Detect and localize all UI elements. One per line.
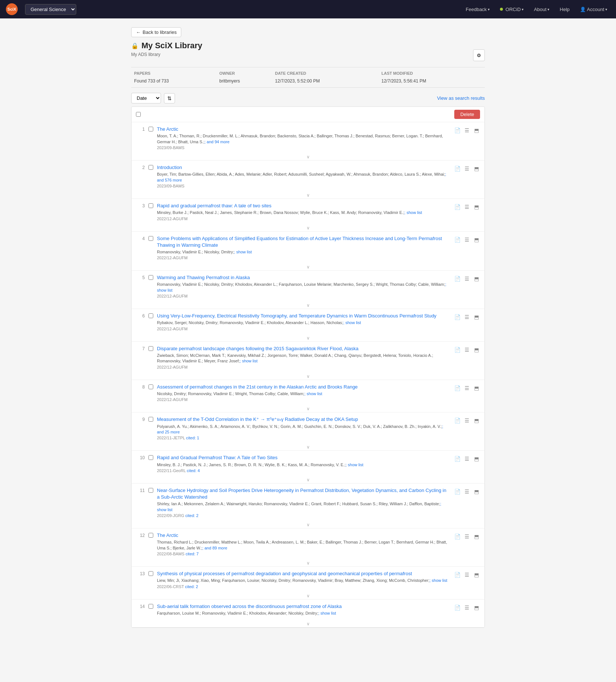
paper-title[interactable]: Rapid and Gradual Permafrost Thaw: A Tal… — [157, 455, 277, 460]
show-more-link[interactable]: ; show list — [157, 282, 446, 292]
pdf-icon[interactable]: 📄 — [454, 533, 461, 540]
export-icon[interactable]: ⬒ — [473, 346, 480, 354]
discipline-selector[interactable]: General Science Astrophysics Physics — [25, 4, 76, 15]
show-more-link[interactable]: ; show list — [304, 391, 322, 396]
list-icon[interactable]: ☰ — [463, 604, 470, 611]
select-all-checkbox[interactable] — [136, 112, 141, 117]
export-icon[interactable]: ⬒ — [473, 417, 480, 424]
expand-row[interactable]: ∨ — [132, 302, 484, 309]
list-icon[interactable]: ☰ — [463, 313, 470, 321]
export-icon[interactable]: ⬒ — [473, 313, 480, 321]
paper-title[interactable]: Disparate permafrost landscape changes f… — [157, 346, 358, 351]
expand-row[interactable]: ∨ — [132, 264, 484, 270]
show-more-link[interactable]: ; show list — [430, 578, 447, 583]
list-icon[interactable]: ☰ — [463, 533, 470, 540]
account-link[interactable]: 👤 Account ▾ — [577, 7, 610, 12]
list-icon[interactable]: ☰ — [463, 455, 470, 463]
expand-row[interactable]: ∨ — [132, 560, 484, 566]
paper-title[interactable]: Measurement of the T-Odd Correlation in … — [157, 416, 358, 422]
expand-row[interactable]: ∨ — [132, 621, 484, 627]
show-more-link[interactable]: ; show list — [240, 359, 258, 363]
help-link[interactable]: Help — [557, 7, 573, 12]
show-more-link[interactable]: ; show list — [346, 463, 363, 467]
paper-checkbox[interactable] — [148, 455, 153, 460]
list-icon[interactable]: ☰ — [463, 236, 470, 243]
show-more-link[interactable]: ; show list — [157, 502, 441, 512]
expand-row[interactable]: ∨ — [132, 444, 484, 450]
paper-checkbox[interactable] — [148, 604, 153, 609]
paper-checkbox[interactable] — [148, 165, 153, 170]
expand-row[interactable]: ∨ — [132, 192, 484, 198]
paper-title[interactable]: Some Problems with Applications of Simpl… — [157, 236, 442, 248]
paper-checkbox[interactable] — [148, 346, 153, 351]
sort-order-button[interactable]: ⇅ — [164, 93, 175, 103]
pdf-icon[interactable]: 📄 — [454, 488, 461, 495]
pdf-icon[interactable]: 📄 — [454, 275, 461, 282]
expand-row[interactable]: ∨ — [132, 405, 484, 412]
paper-title[interactable]: Sub-aerial talik formation observed acro… — [157, 604, 342, 609]
pdf-icon[interactable]: 📄 — [454, 384, 461, 392]
show-more-link[interactable]: ; show list — [343, 320, 361, 325]
show-more-link[interactable]: ; show list — [404, 210, 422, 215]
show-more-link[interactable]: ; show list — [234, 250, 252, 254]
list-icon[interactable]: ☰ — [463, 275, 470, 282]
paper-checkbox[interactable] — [148, 203, 153, 208]
pdf-icon[interactable]: 📄 — [454, 203, 461, 211]
show-more-link[interactable]: ; and 94 more — [204, 140, 230, 144]
paper-checkbox[interactable] — [148, 571, 153, 576]
export-icon[interactable]: ⬒ — [473, 533, 480, 540]
paper-title[interactable]: Assessment of permafrost changes in the … — [157, 384, 358, 390]
export-icon[interactable]: ⬒ — [473, 604, 480, 611]
sort-selector[interactable]: Date Author Title — [131, 93, 161, 103]
export-icon[interactable]: ⬒ — [473, 455, 480, 463]
expand-row[interactable]: ∨ — [132, 477, 484, 483]
show-more-link[interactable]: ; show list — [318, 611, 336, 615]
paper-checkbox[interactable] — [148, 127, 153, 131]
show-more-link[interactable]: ; and 89 more — [202, 546, 227, 550]
list-icon[interactable]: ☰ — [463, 203, 470, 211]
export-icon[interactable]: ⬒ — [473, 203, 480, 211]
back-to-libraries-button[interactable]: ← Back to libraries — [131, 27, 181, 37]
paper-title[interactable]: Near-Surface Hydrology and Soil Properti… — [157, 488, 446, 500]
paper-checkbox[interactable] — [148, 417, 153, 422]
pdf-icon[interactable]: 📄 — [454, 455, 461, 463]
paper-title[interactable]: Synthesis of physical processes of perma… — [157, 571, 412, 576]
export-icon[interactable]: ⬒ — [473, 165, 480, 172]
view-as-search-link[interactable]: View as search results — [437, 95, 485, 101]
delete-button[interactable]: Delete — [454, 110, 480, 119]
list-icon[interactable]: ☰ — [463, 165, 470, 172]
paper-checkbox[interactable] — [148, 384, 153, 389]
export-icon[interactable]: ⬒ — [473, 127, 480, 134]
expand-row[interactable]: ∨ — [132, 593, 484, 599]
list-icon[interactable]: ☰ — [463, 127, 470, 134]
pdf-icon[interactable]: 📄 — [454, 127, 461, 134]
export-icon[interactable]: ⬒ — [473, 384, 480, 392]
export-icon[interactable]: ⬒ — [473, 236, 480, 243]
expand-row[interactable]: ∨ — [132, 335, 484, 341]
paper-checkbox[interactable] — [148, 275, 153, 280]
show-more-link[interactable]: ; and 576 more — [157, 172, 446, 182]
expand-row[interactable]: ∨ — [132, 373, 484, 380]
export-icon[interactable]: ⬒ — [473, 488, 480, 495]
paper-title[interactable]: Using Very-Low-Frequency, Electrical Res… — [157, 313, 437, 319]
expand-row[interactable]: ∨ — [132, 154, 484, 160]
export-icon[interactable]: ⬒ — [473, 275, 480, 282]
feedback-link[interactable]: Feedback ▾ — [463, 7, 493, 12]
pdf-icon[interactable]: 📄 — [454, 417, 461, 424]
about-link[interactable]: About ▾ — [531, 7, 552, 12]
list-icon[interactable]: ☰ — [463, 384, 470, 392]
paper-title[interactable]: Introduction — [157, 165, 182, 170]
list-icon[interactable]: ☰ — [463, 417, 470, 424]
orcid-link[interactable]: ORCiD ▾ — [497, 7, 526, 12]
paper-checkbox[interactable] — [148, 488, 153, 493]
pdf-icon[interactable]: 📄 — [454, 604, 461, 611]
paper-checkbox[interactable] — [148, 313, 153, 318]
list-icon[interactable]: ☰ — [463, 346, 470, 354]
expand-row[interactable]: ∨ — [132, 225, 484, 231]
paper-title[interactable]: Rapid and gradual permafrost thaw: A tal… — [157, 203, 272, 208]
list-icon[interactable]: ☰ — [463, 571, 470, 579]
paper-title[interactable]: The Arctic — [157, 126, 178, 132]
pdf-icon[interactable]: 📄 — [454, 571, 461, 579]
list-icon[interactable]: ☰ — [463, 488, 470, 495]
paper-checkbox[interactable] — [148, 236, 153, 241]
